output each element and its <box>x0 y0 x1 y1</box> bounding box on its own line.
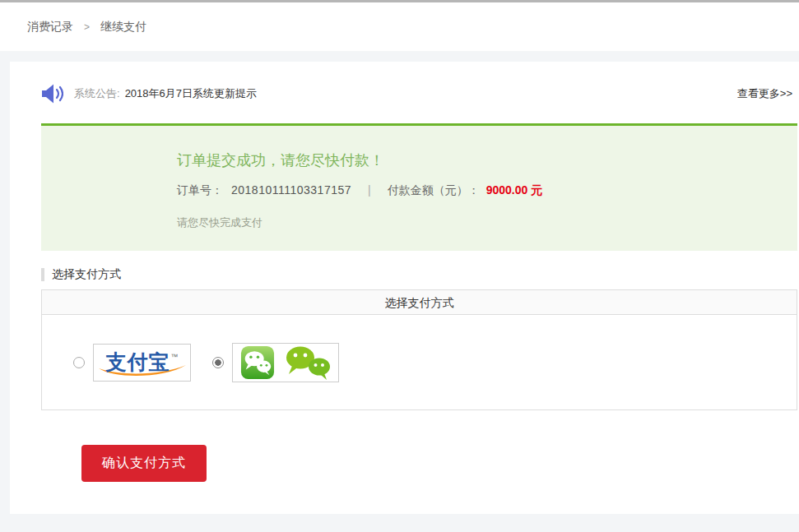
order-info-line: 订单号：201810111103317157|付款金额（元）：9000.00 元 <box>177 183 797 198</box>
wechat-logo-icon <box>284 345 332 381</box>
announcement-label: 系统公告: <box>74 86 120 101</box>
wechat-radio[interactable] <box>212 357 224 368</box>
megaphone-icon <box>41 84 63 104</box>
alipay-logo-icon[interactable]: 支付宝 ™ <box>93 344 191 382</box>
payment-method-table: 选择支付方式 支付宝 ™ <box>41 289 797 410</box>
breadcrumb: 消费记录 > 继续支付 <box>0 2 799 51</box>
wechat-app-icon <box>240 345 275 380</box>
order-number-label: 订单号： <box>177 183 223 197</box>
view-more-link[interactable]: 查看更多>> <box>737 86 792 101</box>
payment-method-wechat[interactable] <box>212 343 339 382</box>
announcement-bar: 系统公告: 2018年6月7日系统更新提示 查看更多>> <box>41 84 792 104</box>
order-number-value: 201810111103317157 <box>231 183 351 197</box>
payment-table-header: 选择支付方式 <box>42 290 797 315</box>
heading-accent-bar <box>41 268 44 281</box>
confirm-payment-button[interactable]: 确认支付方式 <box>81 445 207 482</box>
payment-reminder-note: 请您尽快完成支付 <box>177 215 797 230</box>
order-info-divider: | <box>368 183 371 197</box>
alipay-logo-text: 支付宝 <box>106 349 170 376</box>
section-heading-label: 选择支付方式 <box>52 267 121 282</box>
breadcrumb-item-consumption-records[interactable]: 消费记录 <box>27 20 73 35</box>
breadcrumb-separator: > <box>84 21 90 33</box>
amount-label: 付款金额（元）： <box>388 183 480 197</box>
payment-method-alipay[interactable]: 支付宝 ™ <box>73 344 191 382</box>
alipay-radio[interactable] <box>73 357 85 368</box>
amount-value: 9000.00 元 <box>486 183 543 197</box>
announcement-text[interactable]: 2018年6月7日系统更新提示 <box>125 86 257 101</box>
order-success-title: 订单提交成功，请您尽快付款！ <box>177 150 797 170</box>
wechat-bubbles-icon[interactable] <box>232 343 339 382</box>
alipay-trademark: ™ <box>171 353 179 361</box>
breadcrumb-item-continue-payment: 继续支付 <box>100 20 146 35</box>
order-success-banner: 订单提交成功，请您尽快付款！ 订单号：201810111103317157|付款… <box>41 123 797 251</box>
content-card: 系统公告: 2018年6月7日系统更新提示 查看更多>> 订单提交成功，请您尽快… <box>10 62 799 514</box>
payment-table-body: 支付宝 ™ <box>42 315 797 409</box>
section-heading: 选择支付方式 <box>41 267 121 282</box>
